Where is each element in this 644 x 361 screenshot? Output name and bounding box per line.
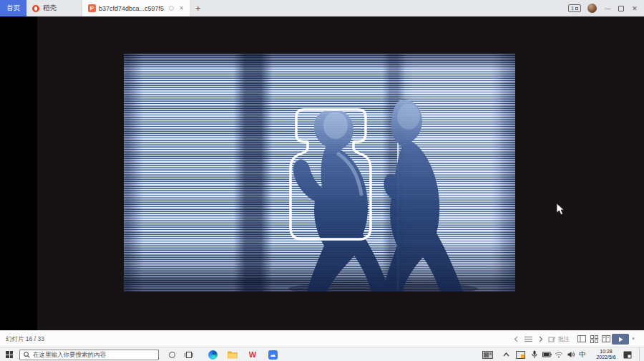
tab-docer[interactable]: 稻壳 <box>26 0 82 16</box>
normal-view-icon[interactable] <box>577 334 587 344</box>
slideshow-stage[interactable] <box>0 16 644 330</box>
windows-taskbar: W 中 10:28 2022/5/6 <box>0 347 644 361</box>
tray-window-preview-icon[interactable] <box>481 347 494 361</box>
edge-browser-icon <box>208 350 218 360</box>
tab-home[interactable]: 首页 <box>0 0 26 16</box>
clock-time: 10:28 <box>600 349 613 355</box>
taskbar-edge-button[interactable] <box>203 347 222 361</box>
sync-status-icon <box>169 6 174 11</box>
screen: 首页 稻壳 P b37cfd74dbca...c597f514f932 ✕ + … <box>0 0 644 361</box>
docer-flame-icon <box>32 5 39 12</box>
slide-photo-overlay <box>124 54 515 292</box>
tab-document-title: b37cfd74dbca...c597f514f932 <box>99 5 165 12</box>
new-tab-button[interactable]: + <box>190 0 207 16</box>
action-center-icon[interactable] <box>621 347 634 361</box>
titlebar-controls: 1 — ✕ <box>568 0 644 16</box>
cortana-button[interactable] <box>163 347 180 361</box>
play-slideshow-button[interactable] <box>612 334 629 345</box>
battery-icon[interactable] <box>540 347 553 361</box>
taskbar-file-explorer-button[interactable] <box>223 347 242 361</box>
taskbar-clock[interactable]: 10:28 2022/5/6 <box>590 347 623 361</box>
wps-tab-bar: 首页 稻壳 P b37cfd74dbca...c597f514f932 ✕ + … <box>0 0 644 16</box>
microphone-icon[interactable] <box>528 347 541 361</box>
annotate-label: 批注 <box>558 335 570 343</box>
stage-left-strip <box>0 16 37 330</box>
task-view-icon <box>185 351 193 359</box>
user-avatar[interactable] <box>587 4 597 13</box>
search-icon <box>24 352 30 358</box>
task-view-button[interactable] <box>180 347 197 361</box>
taskbar-search[interactable] <box>19 350 159 360</box>
show-desktop-button[interactable] <box>639 347 644 361</box>
tab-home-label: 首页 <box>6 4 20 13</box>
status-bar: 幻灯片 16 / 33 批注 ▼ <box>0 330 644 347</box>
close-button[interactable]: ✕ <box>630 5 639 12</box>
minimize-button[interactable]: — <box>603 5 612 12</box>
taskbar-wps-button[interactable]: W <box>243 347 262 361</box>
cortana-ring-icon <box>169 352 175 358</box>
tab-close-icon[interactable]: ✕ <box>179 5 184 11</box>
clock-date: 2022/5/6 <box>596 355 615 360</box>
slide-list-icon[interactable] <box>523 334 533 344</box>
restore-button[interactable] <box>618 6 624 11</box>
window-count-badge[interactable]: 1 <box>568 4 581 12</box>
windows-logo-icon <box>6 351 13 358</box>
play-options-caret-icon[interactable]: ▼ <box>631 337 635 341</box>
mouse-cursor <box>556 203 565 216</box>
start-button[interactable] <box>0 347 19 361</box>
show-hidden-icons-chevron[interactable] <box>499 347 512 361</box>
slide-counter: 幻灯片 16 / 33 <box>6 335 44 344</box>
ime-language-indicator[interactable]: 中 <box>577 347 588 361</box>
slide-photo <box>124 54 515 292</box>
play-icon <box>618 337 623 342</box>
person-right-silhouette <box>383 100 463 292</box>
badge-square-icon <box>575 7 578 10</box>
slide-sorter-view-icon[interactable] <box>589 334 599 344</box>
search-input[interactable] <box>33 351 147 358</box>
taskbar-blue-app-button[interactable] <box>263 347 282 361</box>
blue-mountain-app-icon <box>268 350 278 360</box>
annotate-button[interactable]: 批注 <box>548 335 570 343</box>
previous-slide-icon[interactable] <box>511 334 521 344</box>
tray-notification-badge-icon[interactable] <box>514 347 527 361</box>
presentation-file-icon: P <box>88 4 96 12</box>
next-slide-icon[interactable] <box>535 334 545 344</box>
speaker-icon[interactable] <box>565 347 577 361</box>
tab-document[interactable]: P b37cfd74dbca...c597f514f932 ✕ <box>82 0 190 16</box>
wps-icon: W <box>249 350 256 359</box>
reading-view-icon[interactable] <box>601 334 611 344</box>
tab-docer-label: 稻壳 <box>43 4 57 13</box>
annotate-pen-icon <box>548 336 556 343</box>
wifi-icon[interactable] <box>552 347 565 361</box>
file-explorer-icon <box>228 350 238 359</box>
